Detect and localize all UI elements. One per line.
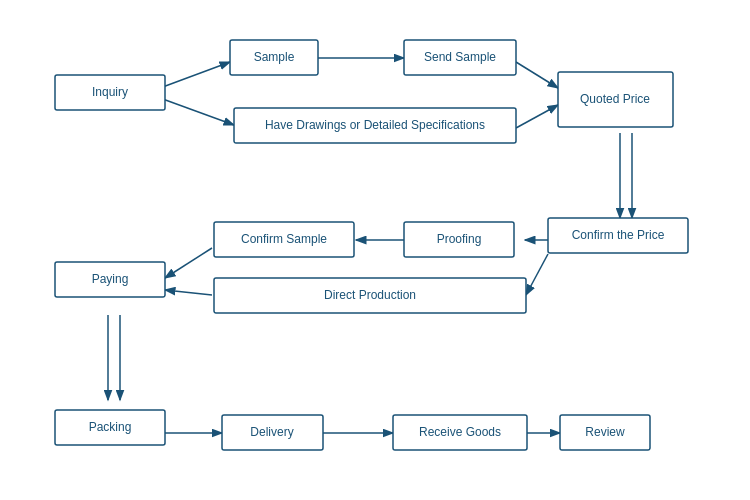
svg-line-3	[160, 98, 234, 125]
svg-line-5	[516, 62, 558, 88]
svg-line-11	[526, 254, 548, 295]
review-label: Review	[585, 425, 625, 439]
receive-goods-label: Receive Goods	[419, 425, 501, 439]
svg-line-6	[516, 105, 558, 128]
svg-line-2	[160, 62, 230, 88]
sample-label: Sample	[254, 50, 295, 64]
confirm-sample-label: Confirm Sample	[241, 232, 327, 246]
proofing-label: Proofing	[437, 232, 482, 246]
svg-line-10	[165, 248, 212, 278]
send-sample-label: Send Sample	[424, 50, 496, 64]
packing-label: Packing	[89, 420, 132, 434]
paying-label: Paying	[92, 272, 129, 286]
svg-line-12	[165, 290, 212, 295]
direct-production-label: Direct Production	[324, 288, 416, 302]
inquiry-label: Inquiry	[92, 85, 128, 99]
have-drawings-label: Have Drawings or Detailed Specifications	[265, 118, 485, 132]
confirm-price-label: Confirm the Price	[572, 228, 665, 242]
delivery-label: Delivery	[250, 425, 293, 439]
quoted-price-label: Quoted Price	[580, 92, 650, 106]
